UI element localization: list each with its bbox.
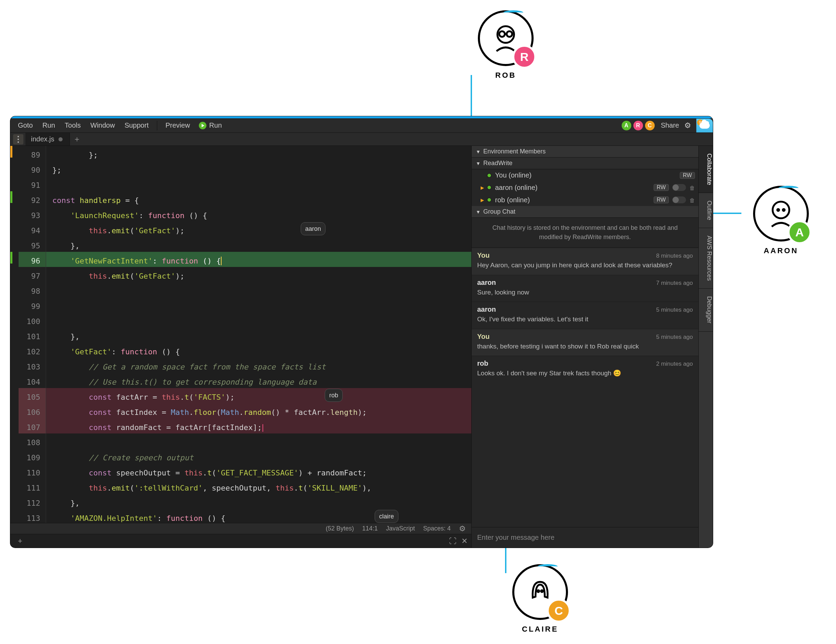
code-line[interactable]: 111 this.emit(':tellWithCard', speechOut… — [10, 479, 471, 494]
line-content[interactable]: 'LaunchRequest': function () { — [46, 206, 471, 222]
line-content[interactable] — [46, 297, 471, 312]
readwrite-header[interactable]: ▼ ReadWrite — [472, 158, 698, 169]
line-content[interactable]: }, — [46, 237, 471, 252]
code-line[interactable]: 99 — [10, 297, 471, 312]
menu-support[interactable]: Support — [120, 121, 153, 129]
code-line[interactable]: 110 const speechOutput = this.t('GET_FAC… — [10, 464, 471, 479]
member-row[interactable]: You (online)RW — [472, 169, 698, 181]
member-row[interactable]: ▸aaron (online)RW — [472, 181, 698, 194]
code-line[interactable]: 102 'GetFact': function () { — [10, 343, 471, 358]
line-content[interactable]: // Use this.t() to get corresponding lan… — [46, 373, 471, 388]
add-tab-button[interactable]: + — [70, 134, 84, 144]
code-line[interactable]: 113 'AMAZON.HelpIntent': function () {cl… — [10, 509, 471, 523]
play-icon — [199, 122, 206, 129]
chat-message: aaron5 minutes agoOk, I've fixed the var… — [472, 302, 698, 329]
line-content[interactable]: const handlersp = { — [46, 191, 471, 206]
close-panel-icon[interactable]: ✕ — [460, 536, 469, 546]
permission-toggle[interactable] — [672, 196, 686, 203]
code-line[interactable]: 97 this.emit('GetFact'); — [10, 267, 471, 282]
code-line[interactable]: 104 // Use this.t() to get corresponding… — [10, 373, 471, 388]
code-line[interactable]: 91 — [10, 176, 471, 191]
line-number: 109 — [19, 449, 46, 464]
menu-run[interactable]: Run — [38, 121, 60, 129]
gear-icon[interactable] — [683, 121, 692, 130]
line-content[interactable] — [46, 176, 471, 191]
trash-icon[interactable] — [689, 184, 695, 191]
panel-toggle[interactable] — [13, 134, 23, 144]
code-line[interactable]: 108 — [10, 433, 471, 449]
cloud-button[interactable]: 9 — [696, 119, 713, 132]
line-content[interactable]: const randomFact = factArr[factIndex]; — [46, 418, 471, 433]
line-content[interactable]: 'GetFact': function () { — [46, 343, 471, 358]
side-tab[interactable]: Collaborate — [699, 146, 713, 193]
code-line[interactable]: 103 // Get a random space fact from the … — [10, 358, 471, 373]
code-line[interactable]: 112 }, — [10, 494, 471, 509]
line-content[interactable] — [46, 433, 471, 449]
line-content[interactable]: 'AMAZON.HelpIntent': function () {claire — [46, 509, 471, 523]
share-button[interactable]: Share — [655, 121, 683, 129]
avatar-r[interactable]: R — [634, 121, 643, 131]
close-icon[interactable] — [59, 137, 63, 141]
code-line[interactable]: 92const handlersp = { — [10, 191, 471, 206]
permission-badge[interactable]: RW — [680, 172, 695, 179]
code-line[interactable]: 90}; — [10, 161, 471, 176]
status-gear-icon[interactable] — [459, 524, 466, 533]
code-line[interactable]: 101 }, — [10, 327, 471, 343]
code-line[interactable]: 94 this.emit('GetFact');aaron — [10, 222, 471, 237]
line-content[interactable]: }; — [46, 161, 471, 176]
file-tab[interactable]: index.js — [26, 133, 70, 145]
code-editor[interactable]: 89 };90};9192const handlersp = {93 'Laun… — [10, 146, 471, 523]
member-name: aaron (online) — [495, 184, 537, 191]
members-header[interactable]: ▼ Environment Members — [472, 146, 698, 158]
run-button[interactable]: Run — [195, 121, 226, 129]
line-content[interactable]: }, — [46, 494, 471, 509]
code-line[interactable]: 96 'GetNewFactIntent': function () { — [10, 252, 471, 267]
line-content[interactable]: }, — [46, 327, 471, 343]
expand-icon[interactable]: ⛶ — [448, 536, 457, 546]
code-line[interactable]: 93 'LaunchRequest': function () { — [10, 206, 471, 222]
groupchat-header[interactable]: ▼ Group Chat — [472, 206, 698, 218]
members-title: Environment Members — [483, 148, 545, 155]
line-content[interactable]: // Create speech output — [46, 449, 471, 464]
permission-toggle[interactable] — [672, 184, 686, 191]
trash-icon[interactable] — [689, 196, 695, 204]
chat-text: Looks ok. I don't see my Star trek facts… — [477, 369, 693, 378]
line-number: 91 — [19, 176, 46, 191]
side-tab[interactable]: AWS Resources — [699, 228, 713, 289]
code-line[interactable]: 89 }; — [10, 146, 471, 161]
menu-goto[interactable]: Goto — [13, 121, 38, 129]
side-tab[interactable]: Debugger — [699, 289, 713, 331]
avatar-a[interactable]: A — [622, 121, 631, 131]
code-line[interactable]: 105 const factArr = this.t('FACTS');rob — [10, 388, 471, 403]
chat-placeholder: Enter your message here — [477, 534, 555, 541]
chat-timestamp: 2 minutes ago — [656, 361, 693, 368]
code-line[interactable]: 98 — [10, 282, 471, 297]
menu-tools[interactable]: Tools — [60, 121, 86, 129]
permission-badge[interactable]: RW — [654, 196, 669, 203]
line-content[interactable]: 'GetNewFactIntent': function () { — [46, 252, 471, 267]
line-content[interactable] — [46, 312, 471, 327]
line-content[interactable]: this.emit('GetFact');aaron — [46, 222, 471, 237]
line-content[interactable]: const speechOutput = this.t('GET_FACT_ME… — [46, 464, 471, 479]
side-tab[interactable]: Outline — [699, 193, 713, 228]
code-line[interactable]: 109 // Create speech output — [10, 449, 471, 464]
status-bytes: (52 Bytes) — [326, 525, 354, 532]
avatar-c[interactable]: C — [645, 121, 655, 131]
code-line[interactable]: 107 const randomFact = factArr[factIndex… — [10, 418, 471, 433]
preview-button[interactable]: Preview — [161, 121, 195, 129]
code-line[interactable]: 100 — [10, 312, 471, 327]
chat-input[interactable]: Enter your message here — [472, 527, 698, 548]
code-line[interactable]: 95 }, — [10, 237, 471, 252]
menu-window[interactable]: Window — [86, 121, 120, 129]
line-content[interactable]: // Get a random space fact from the spac… — [46, 358, 471, 373]
line-content[interactable] — [46, 282, 471, 297]
line-content[interactable]: }; — [46, 146, 471, 161]
add-panel-button[interactable]: + — [13, 537, 27, 546]
line-content[interactable]: this.emit('GetFact'); — [46, 267, 471, 282]
code-line[interactable]: 106 const factIndex = Math.floor(Math.ra… — [10, 403, 471, 418]
permission-badge[interactable]: RW — [654, 184, 669, 191]
line-content[interactable]: const factArr = this.t('FACTS');rob — [46, 388, 471, 403]
line-content[interactable]: const factIndex = Math.floor(Math.random… — [46, 403, 471, 418]
member-row[interactable]: ▸rob (online)RW — [472, 194, 698, 206]
line-content[interactable]: this.emit(':tellWithCard', speechOutput,… — [46, 479, 471, 494]
